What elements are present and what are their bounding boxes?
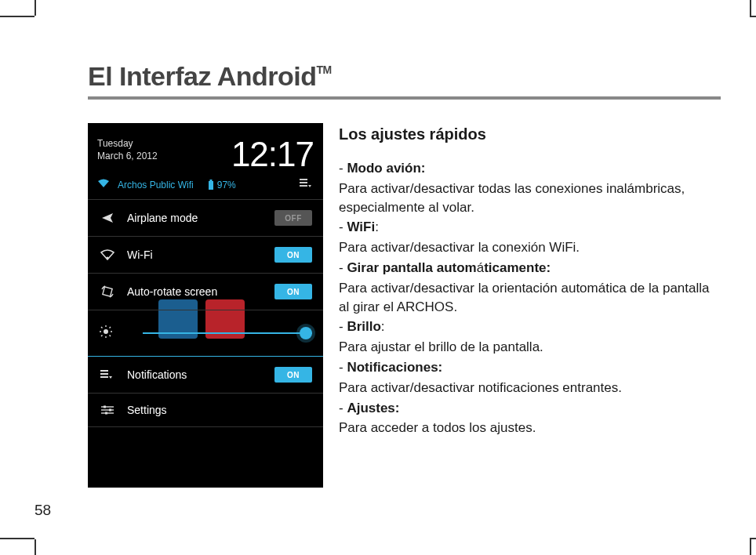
svg-rect-4: [300, 185, 307, 187]
battery-status: 97%: [208, 180, 236, 190]
svg-rect-0: [209, 181, 213, 190]
quick-settings-icon[interactable]: [300, 178, 314, 191]
row-wifi[interactable]: Wi-Fi ON: [88, 237, 323, 274]
toggle-wifi[interactable]: ON: [274, 247, 312, 263]
autorotate-icon: [99, 285, 116, 299]
wifi-name: Archos Public Wifi: [118, 180, 194, 190]
wifi-icon: [99, 249, 116, 260]
brightness-icon: [99, 325, 116, 342]
status-header: Tuesday March 6, 2012 12:17: [88, 123, 323, 178]
row-notifications[interactable]: Notifications ON: [88, 357, 323, 394]
date: March 6, 2012: [97, 150, 158, 162]
airplane-icon: [99, 211, 116, 225]
row-label: Airplane mode: [127, 212, 274, 224]
trademark: TM: [316, 63, 331, 76]
battery-icon: [208, 180, 214, 190]
row-label: Wi-Fi: [127, 248, 274, 261]
svg-line-12: [101, 327, 103, 328]
row-airplane-mode[interactable]: Airplane mode OFF: [88, 200, 323, 237]
svg-rect-24: [105, 412, 107, 415]
svg-rect-16: [100, 370, 108, 372]
row-settings[interactable]: Settings: [88, 394, 323, 427]
wifi-icon: [97, 179, 110, 190]
title-rule: [88, 96, 721, 100]
row-label: Auto-rotate screen: [127, 285, 274, 298]
battery-percent: 97%: [217, 180, 236, 190]
toggle-autorotate[interactable]: ON: [274, 284, 312, 299]
settings-sliders-icon: [99, 404, 116, 415]
page-title: El Interfaz AndroidTM: [88, 61, 721, 92]
svg-rect-3: [300, 182, 307, 183]
svg-rect-18: [100, 376, 108, 378]
title-text: El Interfaz Android: [88, 61, 316, 91]
svg-rect-17: [100, 373, 108, 375]
svg-point-5: [107, 257, 109, 259]
notifications-icon: [99, 369, 116, 380]
brightness-slider[interactable]: [143, 332, 312, 334]
svg-line-14: [101, 336, 103, 337]
description-text: Los ajustes rápidos - Modo avión: Para a…: [339, 123, 721, 488]
toggle-airplane[interactable]: OFF: [274, 210, 312, 226]
svg-line-15: [110, 327, 111, 328]
toggle-notifications[interactable]: ON: [274, 367, 312, 383]
page-number: 58: [35, 502, 51, 519]
android-screenshot: Tuesday March 6, 2012 12:17 Archos Publi…: [88, 123, 323, 488]
row-label: Settings: [127, 404, 312, 416]
svg-point-7: [104, 329, 108, 334]
svg-rect-23: [109, 409, 111, 412]
row-autorotate[interactable]: Auto-rotate screen ON: [88, 274, 323, 310]
svg-line-13: [110, 336, 111, 337]
section-subtitle: Los ajustes rápidos: [339, 123, 721, 145]
status-bar: Archos Public Wifi 97%: [88, 178, 323, 199]
page-content: El Interfaz AndroidTM Tuesday March 6, 2…: [88, 61, 721, 488]
row-label: Notifications: [127, 368, 274, 381]
svg-rect-22: [104, 406, 106, 408]
date-block: Tuesday March 6, 2012: [97, 137, 158, 162]
clock: 12:17: [231, 137, 314, 172]
svg-rect-1: [209, 180, 212, 181]
weekday: Tuesday: [97, 137, 158, 150]
svg-rect-6: [103, 287, 112, 296]
svg-rect-2: [300, 179, 307, 180]
slider-thumb[interactable]: [300, 327, 312, 339]
